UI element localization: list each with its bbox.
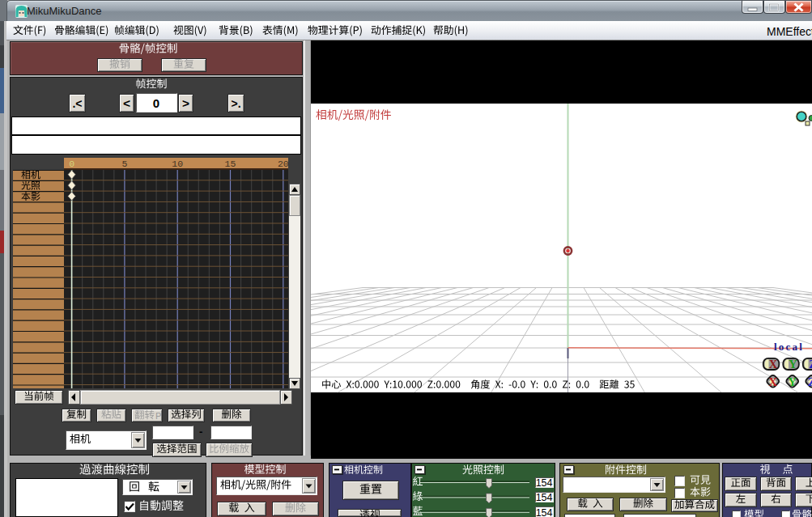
svg-text:Z: Z xyxy=(809,358,812,371)
svg-text:0: 0 xyxy=(69,159,74,169)
svg-text:local: local xyxy=(774,341,804,353)
svg-text:10: 10 xyxy=(172,159,183,169)
svg-text:20: 20 xyxy=(278,159,289,169)
svg-text:MMEffect: MMEffect xyxy=(767,25,812,38)
svg-text:MikuMikuDance: MikuMikuDance xyxy=(27,5,101,17)
svg-text:5: 5 xyxy=(121,159,127,169)
svg-text:Y: Y xyxy=(789,375,797,388)
svg-text:0: 0 xyxy=(153,96,159,110)
svg-text:.<: .< xyxy=(72,97,82,110)
svg-text:<: < xyxy=(123,96,130,110)
svg-text:P: P xyxy=(155,411,161,421)
svg-text:154: 154 xyxy=(536,492,553,503)
svg-text:154: 154 xyxy=(536,507,553,517)
svg-text:X: X xyxy=(769,358,778,371)
svg-text:15: 15 xyxy=(225,159,236,169)
svg-text:X: X xyxy=(769,375,778,388)
svg-text:-: - xyxy=(199,426,202,438)
svg-text:Z: Z xyxy=(808,375,812,388)
svg-text:>.: >. xyxy=(231,97,240,110)
svg-text:>: > xyxy=(182,96,189,110)
svg-text:Y: Y xyxy=(789,358,797,371)
svg-text:154: 154 xyxy=(536,477,553,489)
